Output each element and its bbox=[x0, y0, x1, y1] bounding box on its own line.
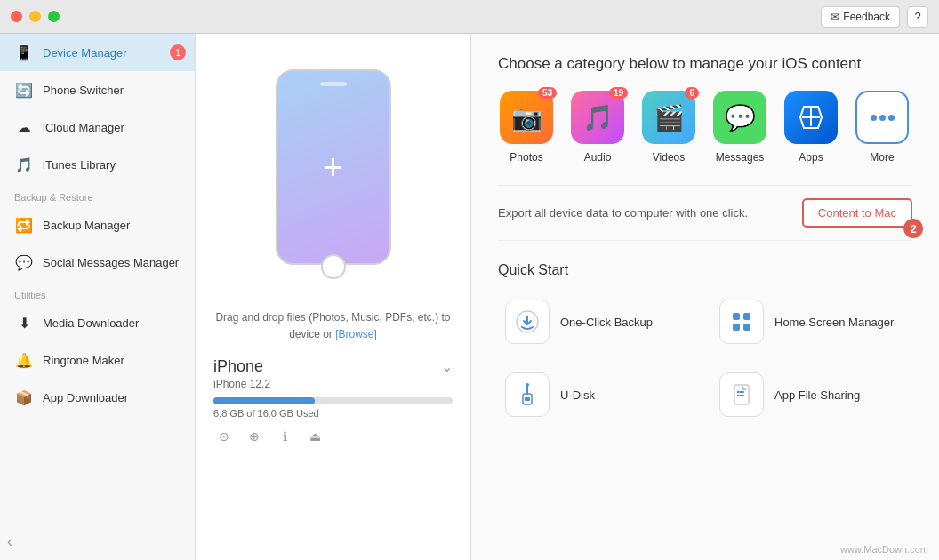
apps-svg bbox=[797, 103, 825, 132]
page-heading: Choose a category below to manage your i… bbox=[498, 55, 912, 73]
phone-switcher-icon: 🔄 bbox=[14, 80, 34, 100]
category-icon-wrap-apps bbox=[784, 91, 838, 144]
u-disk-label: U-Disk bbox=[560, 388, 595, 402]
export-row: Export all device data to computer with … bbox=[498, 185, 912, 241]
category-icon-wrap-audio: 🎵 19 bbox=[571, 91, 624, 144]
storage-bar-fill bbox=[213, 397, 315, 404]
device-manager-icon: 📱 bbox=[14, 43, 34, 62]
content-to-mac-button[interactable]: Content to Mac bbox=[802, 198, 912, 228]
category-grid: 📷 53 Photos 🎵 19 Audio 🎬 6 Videos bbox=[498, 91, 912, 164]
device-info: iPhone ⌄ iPhone 12.2 6.8 GB of 16.0 GB U… bbox=[205, 357, 461, 447]
sidebar-item-media-downloader[interactable]: ⬇ Media Downloader bbox=[0, 304, 195, 341]
close-button[interactable] bbox=[11, 11, 22, 22]
category-icon-wrap-messages: 💬 bbox=[713, 91, 766, 144]
quick-item-u-disk[interactable]: U-Disk bbox=[498, 365, 698, 424]
apps-label: Apps bbox=[799, 151, 823, 164]
right-pane: Choose a category below to manage your i… bbox=[471, 34, 939, 560]
svg-rect-4 bbox=[743, 313, 750, 320]
svg-rect-6 bbox=[743, 324, 750, 331]
quick-start-grid: One-Click Backup Home Screen Manager bbox=[498, 292, 912, 424]
content-to-mac-wrap: Content to Mac 2 bbox=[802, 198, 912, 228]
phone-illustration: + bbox=[276, 69, 391, 265]
browse-link[interactable]: [Browse] bbox=[335, 328, 377, 340]
maximize-button[interactable] bbox=[48, 11, 60, 22]
center-pane: + Drag and drop files (Photos, Music, PD… bbox=[196, 34, 471, 560]
quick-start-heading: Quick Start bbox=[498, 262, 912, 278]
quick-start-section: Quick Start One-Click Backup bbox=[498, 262, 912, 424]
titlebar-right: ✉ Feedback ? bbox=[821, 6, 928, 28]
itunes-library-icon: 🎵 bbox=[14, 155, 34, 174]
quick-item-one-click-backup[interactable]: One-Click Backup bbox=[498, 292, 698, 351]
minimize-button[interactable] bbox=[29, 11, 41, 22]
sidebar-collapse-button[interactable]: ‹ bbox=[0, 524, 195, 560]
more-dot-3 bbox=[888, 115, 895, 121]
sidebar-item-social-messages-label: Social Messages Manager bbox=[43, 256, 179, 269]
svg-rect-5 bbox=[733, 324, 740, 331]
home-screen-manager-icon bbox=[719, 300, 764, 344]
device-name-row: iPhone ⌄ bbox=[213, 357, 453, 376]
sidebar-item-phone-switcher-label: Phone Switcher bbox=[43, 84, 124, 97]
sidebar: 📱 Device Manager 1 🔄 Phone Switcher ☁ iC… bbox=[0, 34, 196, 560]
help-label: ? bbox=[914, 10, 920, 23]
drop-text-content: Drag and drop files (Photos, Music, PDFs… bbox=[215, 311, 450, 340]
app-file-sharing-label: App File Sharing bbox=[774, 388, 860, 402]
quick-item-app-file-sharing[interactable]: App File Sharing bbox=[712, 365, 912, 424]
sidebar-item-media-downloader-label: Media Downloader bbox=[43, 316, 139, 330]
more-icon bbox=[855, 91, 909, 144]
device-icon-4[interactable]: ⏏ bbox=[304, 426, 325, 447]
apps-icon bbox=[784, 91, 838, 144]
photos-icon: 📷 bbox=[500, 91, 553, 144]
sidebar-item-phone-switcher[interactable]: 🔄 Phone Switcher bbox=[0, 71, 195, 108]
more-dot-2 bbox=[879, 115, 886, 121]
device-icon-1[interactable]: ⊙ bbox=[213, 426, 235, 447]
feedback-button[interactable]: ✉ Feedback bbox=[821, 6, 900, 28]
more-dot-1 bbox=[871, 115, 877, 121]
audio-label: Audio bbox=[584, 151, 612, 164]
device-name: iPhone bbox=[213, 357, 263, 376]
sidebar-item-app-downloader[interactable]: 📦 App Downloader bbox=[0, 379, 195, 416]
sidebar-item-itunes-library[interactable]: 🎵 iTunes Library bbox=[0, 146, 195, 183]
category-item-videos[interactable]: 🎬 6 Videos bbox=[640, 91, 697, 164]
sidebar-item-icloud-manager[interactable]: ☁ iCloud Manager bbox=[0, 108, 195, 146]
quick-item-home-screen-manager[interactable]: Home Screen Manager bbox=[712, 292, 912, 351]
file-sharing-svg bbox=[728, 381, 755, 408]
more-label: More bbox=[870, 151, 894, 164]
storage-bar-background bbox=[213, 397, 453, 404]
step2-badge: 2 bbox=[903, 219, 923, 238]
sidebar-item-social-messages-manager[interactable]: 💬 Social Messages Manager bbox=[0, 244, 195, 281]
app-body: 📱 Device Manager 1 🔄 Phone Switcher ☁ iC… bbox=[0, 34, 939, 560]
category-item-audio[interactable]: 🎵 19 Audio bbox=[569, 91, 626, 164]
one-click-backup-label: One-Click Backup bbox=[560, 316, 653, 329]
social-messages-icon: 💬 bbox=[14, 252, 34, 272]
app-file-sharing-icon bbox=[719, 372, 764, 417]
videos-label: Videos bbox=[653, 151, 685, 164]
more-dots bbox=[871, 115, 895, 121]
help-button[interactable]: ? bbox=[907, 6, 928, 28]
messages-label: Messages bbox=[716, 151, 765, 164]
media-downloader-icon: ⬇ bbox=[14, 313, 34, 332]
category-item-messages[interactable]: 💬 Messages bbox=[711, 91, 768, 164]
udisk-svg bbox=[514, 381, 541, 408]
sidebar-item-device-manager-label: Device Manager bbox=[43, 46, 127, 60]
svg-rect-3 bbox=[733, 313, 740, 320]
home-screen-svg bbox=[728, 308, 755, 335]
storage-text: 6.8 GB of 16.0 GB Used bbox=[213, 408, 453, 419]
app-downloader-icon: 📦 bbox=[14, 388, 34, 407]
device-dropdown-arrow[interactable]: ⌄ bbox=[441, 358, 453, 375]
sidebar-item-ringtone-maker[interactable]: 🔔 Ringtone Maker bbox=[0, 341, 195, 379]
export-text: Export all device data to computer with … bbox=[498, 206, 748, 220]
drop-text: Drag and drop files (Photos, Music, PDFs… bbox=[205, 309, 461, 343]
category-item-photos[interactable]: 📷 53 Photos bbox=[498, 91, 555, 164]
category-item-more[interactable]: More bbox=[854, 91, 911, 164]
titlebar: ✉ Feedback ? bbox=[0, 0, 939, 34]
sidebar-item-backup-manager-label: Backup Manager bbox=[43, 219, 130, 232]
device-icon-3[interactable]: ℹ bbox=[274, 426, 295, 447]
add-device-icon: + bbox=[323, 148, 343, 188]
videos-badge: 6 bbox=[685, 87, 699, 99]
sidebar-item-backup-manager[interactable]: 🔁 Backup Manager bbox=[0, 206, 195, 244]
category-icon-wrap-videos: 🎬 6 bbox=[642, 91, 695, 144]
device-icon-2[interactable]: ⊕ bbox=[244, 426, 265, 447]
category-item-apps[interactable]: Apps bbox=[782, 91, 839, 164]
svg-rect-8 bbox=[525, 397, 530, 401]
sidebar-item-device-manager[interactable]: 📱 Device Manager 1 bbox=[0, 34, 195, 71]
